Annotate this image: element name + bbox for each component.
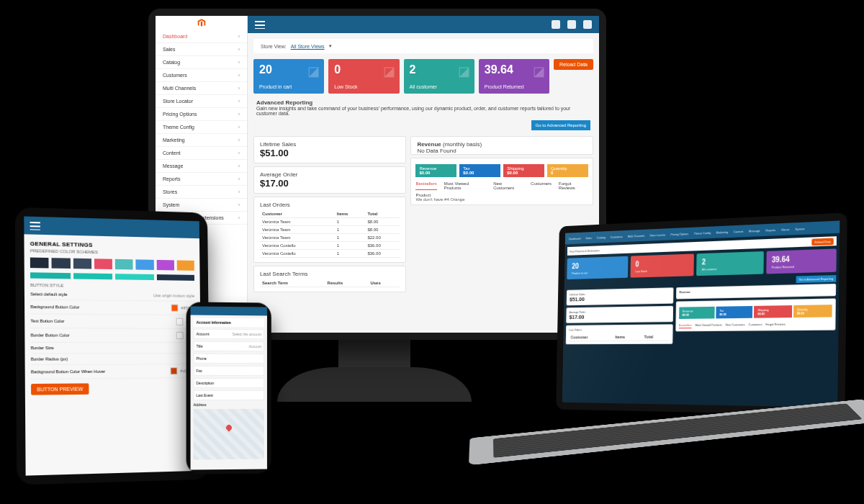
topbar	[248, 16, 599, 33]
chevron-right-icon: ›	[238, 202, 240, 207]
sidebar-item[interactable]: System›	[156, 199, 247, 212]
color-swatch[interactable]	[176, 260, 194, 270]
advanced-reporting-text: Advanced Reporting Gain new insights and…	[256, 99, 590, 116]
mini-stats-card: Revenue$0.00Tax$0.00Shipping$0.00Quantit…	[410, 158, 593, 205]
color-swatch[interactable]	[115, 274, 154, 280]
user-icon[interactable]	[583, 20, 592, 29]
phone-topbar	[191, 306, 267, 315]
advanced-reporting-button[interactable]: Go to Advanced Reporting	[531, 120, 590, 130]
setting-row[interactable]: Background Button Color When Hover#d13f0…	[31, 364, 196, 379]
lifetime-sales-value: $51.00	[260, 148, 400, 158]
chevron-right-icon: ›	[238, 150, 240, 156]
widget-icon: ◪	[458, 63, 470, 79]
reload-data-button[interactable]: Reload Data	[554, 59, 593, 70]
widget-icon: ◪	[383, 63, 395, 79]
form-row[interactable]: TitleAccount	[194, 341, 264, 352]
mini-stat: Shipping$0.00	[503, 164, 544, 177]
sidebar-item[interactable]: Theme Config›	[156, 121, 247, 134]
tab-product-row: We don't have #4 Orange	[415, 197, 588, 202]
color-preview	[176, 332, 184, 339]
setting-row[interactable]: Border Radius (px)0	[31, 354, 195, 365]
store-view-label: Store View:	[261, 44, 287, 49]
hamburger-icon[interactable]	[30, 221, 40, 230]
magento-icon	[197, 18, 207, 28]
chevron-right-icon: ›	[238, 112, 240, 117]
color-swatch[interactable]	[30, 272, 71, 279]
color-swatch[interactable]	[94, 258, 112, 269]
bell-icon[interactable]	[567, 20, 576, 29]
revenue-nodata: No Data Found	[417, 148, 456, 154]
sidebar-item[interactable]: Catalog›	[156, 56, 247, 69]
sidebar-item[interactable]: Pricing Options›	[156, 108, 247, 121]
chevron-right-icon: ›	[238, 99, 240, 104]
app-logo	[156, 16, 247, 30]
mini-stat: Quantity0	[547, 164, 588, 177]
color-swatch[interactable]	[52, 258, 71, 269]
search-terms-card: Last Search Terms Search TermResultsUses	[253, 266, 406, 292]
chevron-right-icon: ›	[238, 34, 240, 39]
chevron-right-icon: ›	[238, 138, 240, 143]
stat-card: 0Low Stock◪	[328, 59, 399, 94]
sidebar-item[interactable]: Dashboard›	[156, 30, 247, 43]
sidebar-item[interactable]: Marketing›	[156, 134, 247, 147]
tab[interactable]: Forgot Reviews	[559, 181, 588, 190]
chevron-down-icon: ▾	[329, 43, 332, 49]
store-view-selector[interactable]: Store View: All Store Views ▾	[253, 39, 593, 53]
stat-card: 39.64Product Returned◪	[479, 59, 549, 94]
store-view-value[interactable]: All Store Views	[291, 44, 325, 49]
color-swatch[interactable]	[156, 260, 174, 271]
tab[interactable]: Bestsellers	[415, 181, 436, 190]
color-swatch[interactable]	[30, 258, 49, 269]
sidebar-item[interactable]: Message›	[156, 160, 247, 173]
color-swatch[interactable]	[136, 259, 154, 270]
form-row[interactable]: Fax	[194, 366, 264, 376]
search-icon[interactable]	[552, 20, 560, 29]
tab[interactable]: Customers	[531, 181, 552, 190]
widget-icon: ◪	[533, 63, 545, 79]
form-row[interactable]: Last Event	[194, 390, 264, 400]
sidebar-item[interactable]: Customers›	[156, 69, 247, 82]
form-row[interactable]: Phone	[194, 354, 264, 364]
chevron-right-icon: ›	[238, 47, 240, 52]
tab[interactable]: New Customers	[493, 181, 523, 190]
color-swatch[interactable]	[73, 273, 113, 279]
average-order-value: $17.00	[260, 178, 400, 189]
map-view[interactable]	[194, 409, 264, 460]
revenue-period: (monthly basis)	[443, 141, 482, 148]
last-orders-card: Last Orders CustomerItemsTotalVerónica T…	[253, 197, 406, 263]
color-preview	[171, 305, 179, 312]
color-preview	[171, 367, 178, 374]
sidebar-item[interactable]: Sales›	[156, 43, 247, 56]
chevron-right-icon: ›	[238, 125, 240, 130]
laptop-device: DashboardSalesCatalogCustomersMulti Chan…	[461, 216, 864, 490]
button-preview[interactable]: BUTTON PREVIEW	[31, 383, 89, 395]
sidebar-item[interactable]: Content›	[156, 147, 247, 160]
revenue-label: Revenue	[417, 141, 441, 148]
sidebar-item[interactable]: Store Locator›	[156, 95, 247, 108]
chevron-right-icon: ›	[238, 163, 240, 168]
setting-row[interactable]: Background Button Color#ff5501	[30, 300, 194, 315]
setting-row[interactable]: Text Button Color#ffffff	[30, 314, 194, 329]
sidebar-item[interactable]: Reports›	[156, 173, 247, 186]
color-swatch[interactable]	[73, 258, 91, 269]
form-row[interactable]: Description	[194, 378, 264, 388]
stat-card: 20Product in cart◪	[253, 59, 324, 94]
sidebar-item[interactable]: Stores›	[156, 186, 247, 199]
setting-row[interactable]: Border Button Color#ffffff	[31, 328, 195, 343]
hamburger-icon[interactable]	[255, 21, 265, 29]
map-pin-icon	[225, 423, 233, 431]
tab[interactable]: Most Viewed Products	[444, 181, 486, 190]
advanced-reporting-title: Advanced Reporting	[256, 99, 312, 106]
stat-card: 2All customer◪	[404, 59, 474, 94]
lifetime-sales-label: Lifetime Sales	[260, 141, 400, 148]
setting-row[interactable]: Border Size1	[31, 343, 195, 354]
tablet-device: GENERAL SETTINGS PREDEFINED COLOR SCHEME…	[15, 207, 210, 485]
chevron-right-icon: ›	[238, 73, 240, 78]
address-label: Address	[194, 402, 264, 407]
sidebar-item[interactable]: Multi Channels›	[156, 82, 247, 95]
average-order-card: Average Order $17.00	[253, 166, 406, 194]
color-swatch[interactable]	[156, 274, 194, 281]
form-row[interactable]: AccountSelect the account	[194, 329, 264, 340]
color-swatch[interactable]	[115, 259, 133, 270]
search-terms-table: Search TermResultsUses	[260, 279, 400, 287]
